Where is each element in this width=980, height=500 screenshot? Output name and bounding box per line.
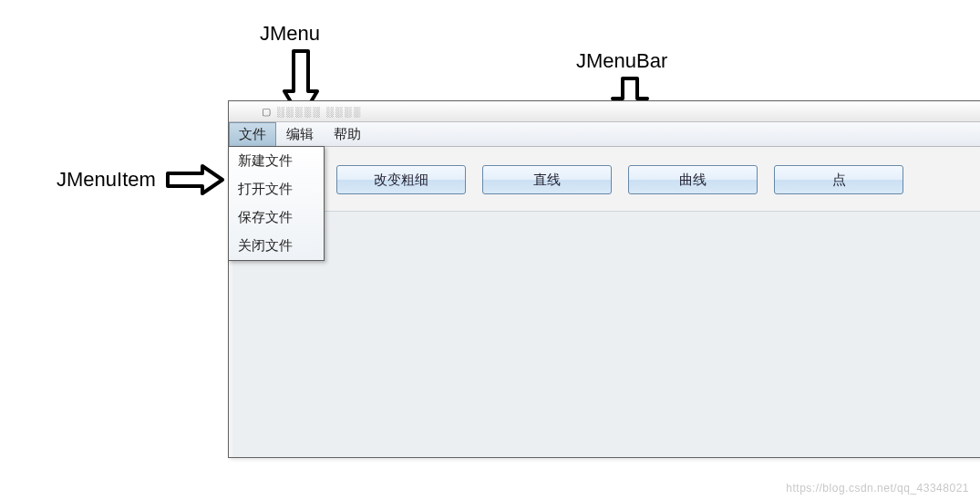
- menu-file-dropdown: 新建文件 打开文件 保存文件 关闭文件: [228, 146, 325, 261]
- label-jmenuitem: JMenuItem: [57, 168, 156, 192]
- watermark: https://blog.csdn.net/qq_43348021: [786, 482, 969, 495]
- label-jmenu: JMenu: [260, 22, 320, 46]
- toolbar-button-label: 改变粗细: [374, 172, 428, 189]
- menu-help-label: 帮助: [334, 126, 361, 143]
- menu-item-new-file[interactable]: 新建文件: [229, 147, 324, 175]
- toolbar-area: 改变粗细 直线 曲线 点: [229, 147, 980, 202]
- drawing-canvas[interactable]: [232, 211, 980, 457]
- menu-item-save-file[interactable]: 保存文件: [229, 203, 324, 232]
- menu-item-open-file[interactable]: 打开文件: [229, 175, 324, 203]
- menu-file[interactable]: 文件: [229, 122, 276, 146]
- menu-item-label: 打开文件: [238, 181, 293, 196]
- toolbar-button-curve[interactable]: 曲线: [628, 165, 758, 194]
- label-jmenubar: JMenuBar: [576, 49, 667, 73]
- toolbar-button-label: 点: [832, 172, 846, 189]
- toolbar-button-line[interactable]: 直线: [482, 165, 612, 194]
- application-window: ▢ ░░░░░ ░░░░ 文件 编辑 帮助 改变粗细 直线 曲线: [228, 100, 980, 458]
- toolbar-button-point[interactable]: 点: [774, 165, 903, 194]
- menu-item-close-file[interactable]: 关闭文件: [229, 232, 324, 260]
- menu-edit[interactable]: 编辑: [276, 122, 324, 146]
- toolbar: 改变粗细 直线 曲线 点: [336, 165, 980, 193]
- diagram-stage: JMenu JMenuBar JMenuItem ▢ ░░░░░ ░░░░ 文件…: [0, 0, 980, 500]
- menu-file-label: 文件: [239, 126, 266, 143]
- menu-item-label: 关闭文件: [238, 237, 293, 253]
- toolbar-button-thickness[interactable]: 改变粗细: [336, 165, 466, 194]
- menu-bar[interactable]: 文件 编辑 帮助: [229, 122, 980, 147]
- menu-edit-label: 编辑: [286, 126, 314, 143]
- window-titlebar: ▢ ░░░░░ ░░░░: [229, 101, 980, 122]
- menu-item-label: 保存文件: [238, 209, 293, 224]
- toolbar-button-label: 曲线: [679, 172, 707, 189]
- arrow-right-jmenuitem-icon: [166, 164, 226, 195]
- toolbar-button-label: 直线: [533, 172, 561, 189]
- menu-item-label: 新建文件: [238, 152, 293, 168]
- menu-help[interactable]: 帮助: [324, 122, 371, 146]
